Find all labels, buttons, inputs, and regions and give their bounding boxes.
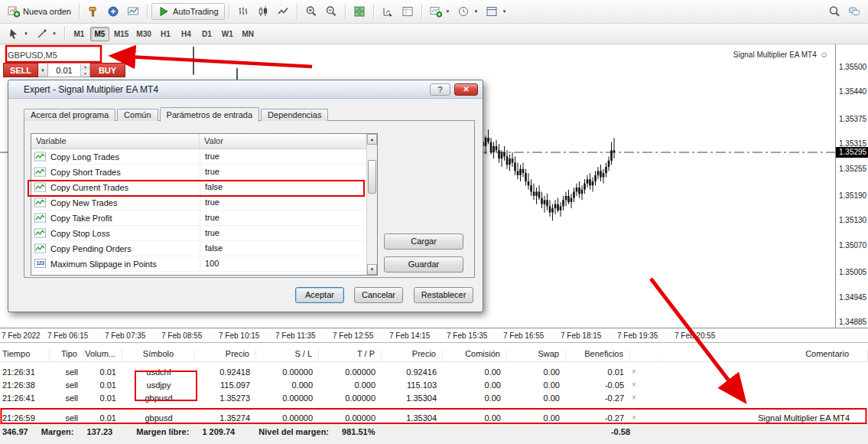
search-icon	[828, 5, 840, 18]
column-header[interactable]: Precio	[382, 349, 443, 361]
crosshair-button[interactable]	[378, 3, 398, 20]
parameters-rows: Copy Long TradestrueCopy Short Tradestru…	[31, 149, 366, 272]
dialog-titlebar[interactable]: Expert - Signal Multiplier EA MT4 ? ✕	[8, 80, 483, 99]
param-row[interactable]: Copy Short Tradestrue	[31, 165, 366, 180]
autotrading-button[interactable]: AutoTrading	[151, 3, 225, 20]
line-chart-button[interactable]	[273, 3, 293, 20]
column-header[interactable]: Precio	[195, 349, 256, 361]
column-header[interactable]: Comisión	[443, 349, 507, 361]
scroll-up-icon[interactable]: ▲	[367, 134, 377, 145]
timeframe-m5[interactable]: M5	[90, 27, 109, 41]
scroll-down-icon[interactable]: ▼	[367, 264, 377, 275]
param-value: true	[200, 165, 366, 179]
close-trade-button[interactable]: ×	[630, 367, 658, 376]
separator	[373, 4, 374, 19]
tab-com-n[interactable]: Común	[117, 109, 158, 121]
column-header[interactable]: S / L	[256, 349, 319, 361]
timeframe-m30[interactable]: M30	[133, 27, 154, 41]
timeframe-mn[interactable]: MN	[239, 27, 258, 41]
sell-button[interactable]: SELL	[3, 63, 38, 77]
cancel-button[interactable]: Cancelar	[354, 287, 403, 303]
column-header[interactable]: Tiempo	[0, 349, 50, 361]
volume-stepper[interactable]: 0.01 ▲ ▼	[48, 63, 90, 77]
scrollbar-thumb[interactable]	[368, 160, 376, 194]
timeframe-d1[interactable]: D1	[197, 27, 216, 41]
column-header[interactable]: Swap	[507, 349, 566, 361]
search-button[interactable]	[824, 3, 844, 20]
line-studies-icon	[36, 28, 48, 40]
timeframe-m1[interactable]: M1	[70, 27, 89, 41]
column-header-valor: Valor	[200, 134, 366, 149]
cursor-mode-dropdown[interactable]: ▼	[4, 25, 32, 42]
param-row[interactable]: Copy Take Profittrue	[31, 211, 366, 226]
new-order-button[interactable]: Nueva orden	[4, 3, 75, 20]
reset-button[interactable]: Restablecer	[414, 287, 473, 303]
timeframe-m15[interactable]: M15	[111, 27, 132, 41]
tab-par-metros-de-entrada[interactable]: Parámetros de entrada	[160, 107, 260, 122]
close-trade-button[interactable]: ×	[630, 380, 658, 389]
chart-icon	[34, 167, 47, 178]
trade-cell: sell	[50, 367, 84, 377]
line-studies-dropdown[interactable]: ▼	[32, 25, 60, 42]
trade-row[interactable]: 21:26:59sell0.01gbpusd1.352740.000000.00…	[0, 411, 868, 424]
param-row[interactable]: Copy Pending Ordersfalse	[31, 241, 366, 256]
data-window-button[interactable]	[398, 3, 418, 20]
price-axis[interactable]: 1.35295 1.355001.354401.353751.353151.35…	[835, 44, 868, 328]
timeframe-h1[interactable]: H1	[156, 27, 175, 41]
cursor-icon	[8, 28, 20, 40]
column-header[interactable]: T / P	[319, 349, 382, 361]
buy-button[interactable]: BUY	[90, 63, 125, 77]
column-header[interactable]: Símbolo	[122, 349, 195, 361]
parameters-scrollbar[interactable]: ▲ ▼	[366, 134, 377, 275]
candlestick-chart-button[interactable]	[253, 3, 273, 20]
chart-icon	[34, 152, 47, 162]
order-type-caret[interactable]: ▼	[38, 63, 48, 77]
new-chart-dropdown[interactable]: ▼	[426, 3, 454, 20]
tab-acerca-del-programa[interactable]: Acerca del programa	[24, 109, 115, 121]
zoom-in-button[interactable]	[301, 3, 321, 20]
trade-row[interactable]: 21:26:31sell0.01usdchf0.924180.000000.00…	[0, 365, 868, 378]
time-axis[interactable]: 7 Feb 20227 Feb 06:157 Feb 07:357 Feb 08…	[0, 328, 868, 342]
param-row[interactable]: Copy Current Tradesfalse	[31, 180, 366, 195]
load-button[interactable]: Cargar	[384, 233, 463, 250]
trade-cell: -0.05	[566, 380, 630, 390]
tile-windows-button[interactable]	[349, 3, 369, 20]
column-header[interactable]: Tipo	[50, 349, 84, 361]
column-header[interactable]: Comentario	[658, 349, 868, 361]
bar-chart-button[interactable]	[233, 3, 253, 20]
volume-up-icon[interactable]: ▲	[81, 64, 89, 70]
metaeditor-button[interactable]	[103, 3, 123, 20]
tab-dependencias[interactable]: Dependencias	[261, 109, 328, 121]
trade-row[interactable]: 21:26:41sell0.01gbpusd1.352730.000000.00…	[0, 391, 868, 404]
expert-properties-button[interactable]	[83, 3, 103, 20]
dialog-close-button[interactable]: ✕	[454, 83, 478, 96]
volume-value[interactable]: 0.01	[48, 66, 80, 75]
zoom-out-button[interactable]	[321, 3, 341, 20]
column-header-variable: Variable	[31, 134, 200, 149]
column-header[interactable]: Volum...	[84, 349, 122, 361]
trade-row[interactable]: 21:26:38sell0.01usdjpy115.0970.0000.0001…	[0, 378, 868, 391]
ok-button[interactable]: Aceptar	[295, 287, 344, 303]
save-button[interactable]: Guardar	[384, 256, 463, 273]
param-name: Copy New Trades	[31, 195, 200, 210]
param-name: Copy Current Trades	[31, 180, 200, 194]
column-header[interactable]	[630, 358, 658, 361]
param-value: true	[200, 226, 366, 240]
dialog-help-button[interactable]: ?	[430, 83, 450, 96]
param-row[interactable]: 123Maximum Slippage in Points100	[31, 256, 366, 272]
period-dropdown[interactable]: ▼	[454, 3, 482, 20]
param-row[interactable]: Copy Stop Losstrue	[31, 226, 366, 241]
trade-cell: 1.35274	[195, 413, 256, 423]
chat-button[interactable]	[844, 3, 864, 20]
strategy-tester-button[interactable]	[123, 3, 143, 20]
template-dropdown[interactable]: ▼	[482, 3, 510, 20]
trade-cell: -0.27	[566, 393, 630, 403]
close-trade-button[interactable]: ×	[630, 413, 658, 422]
param-row[interactable]: Copy Long Tradestrue	[31, 149, 366, 165]
timeframe-w1[interactable]: W1	[218, 27, 237, 41]
close-trade-button[interactable]: ×	[630, 393, 658, 402]
param-row[interactable]: Copy New Tradestrue	[31, 195, 366, 211]
column-header[interactable]: Beneficios	[566, 349, 630, 361]
volume-down-icon[interactable]: ▼	[81, 70, 89, 77]
timeframe-h4[interactable]: H4	[177, 27, 196, 41]
